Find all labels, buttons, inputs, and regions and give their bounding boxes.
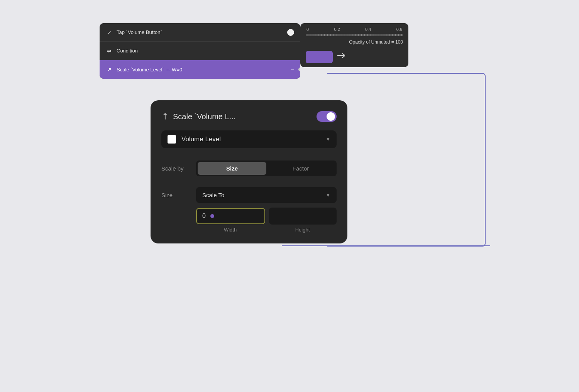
- scale-to-arrow-icon: ▼: [326, 193, 330, 198]
- condition-label: Condition: [117, 48, 294, 54]
- ruler-ticks: 0 0.2 0.4 0.6: [306, 27, 403, 32]
- scale-minus-button[interactable]: −: [291, 66, 294, 73]
- size-section: Size Scale To ▼ 0 Width Height: [161, 187, 337, 233]
- main-card: ↗ Scale `Volume L... Volume Level ▼ Scal…: [151, 100, 347, 243]
- size-row: Size Scale To ▼: [161, 187, 337, 203]
- toggle-switch[interactable]: [317, 111, 337, 122]
- size-label: Size: [161, 192, 196, 198]
- scale-row-dot: [298, 68, 300, 71]
- ruler-status-label: Opacity of Unmuted = 100: [306, 39, 403, 45]
- dropdown-arrow-icon: ▼: [326, 137, 330, 142]
- width-label: Width: [196, 227, 264, 233]
- top-action-bar: ↙ Tap `Volume Button` ⇌ Condition ↗ Scal…: [100, 23, 300, 79]
- factor-button[interactable]: Factor: [266, 162, 335, 175]
- height-input[interactable]: [269, 208, 337, 225]
- tick-1: 0.2: [334, 27, 340, 32]
- width-input[interactable]: 0: [196, 208, 265, 224]
- volume-level-icon: [168, 135, 176, 144]
- tap-label: Tap `Volume Button`: [117, 29, 287, 35]
- scale-by-label: Scale by: [161, 165, 196, 172]
- scale-by-row: Scale by Size Factor: [161, 161, 337, 176]
- card-header-title: Scale `Volume L...: [173, 112, 317, 121]
- purple-swatch: [306, 51, 333, 63]
- tap-toggle[interactable]: [287, 29, 294, 36]
- value-connect-line: [282, 245, 490, 246]
- ruler-track: [306, 34, 403, 36]
- condition-row[interactable]: ⇌ Condition: [100, 42, 300, 60]
- width-value: 0: [202, 213, 206, 220]
- scale-row[interactable]: ↗ Scale `Volume Level` → W=0 −: [100, 60, 300, 79]
- scale-to-label: Scale To: [202, 192, 326, 198]
- tap-icon: ↙: [106, 29, 113, 36]
- card-header-icon: ↗: [159, 110, 171, 122]
- scale-label: Scale `Volume Level` → W=0: [117, 67, 291, 73]
- ruler-panel: 0 0.2 0.4 0.6 Opacity of Unmuted = 100: [300, 23, 408, 67]
- value-labels: Width Height: [196, 227, 337, 233]
- toggle-knob: [327, 112, 335, 121]
- tick-0: 0: [306, 27, 309, 32]
- tick-2: 0.4: [365, 27, 371, 32]
- arrow-right-icon: [337, 52, 345, 59]
- card-header: ↗ Scale `Volume L...: [161, 111, 337, 122]
- condition-icon: ⇌: [106, 47, 113, 54]
- tap-row[interactable]: ↙ Tap `Volume Button`: [100, 23, 300, 42]
- scale-by-segmented: Size Factor: [196, 161, 337, 176]
- scale-to-dropdown[interactable]: Scale To ▼: [196, 187, 337, 203]
- volume-level-label: Volume Level: [181, 135, 326, 143]
- value-row: 0: [196, 208, 337, 225]
- width-dot: [210, 214, 214, 218]
- height-label: Height: [268, 227, 337, 233]
- volume-level-dropdown[interactable]: Volume Level ▼: [161, 130, 337, 148]
- ruler-track-fill: [306, 34, 403, 36]
- tick-3: 0.6: [396, 27, 402, 32]
- connector-box: [327, 73, 486, 247]
- scale-icon: ↗: [106, 66, 113, 73]
- size-button[interactable]: Size: [198, 162, 266, 175]
